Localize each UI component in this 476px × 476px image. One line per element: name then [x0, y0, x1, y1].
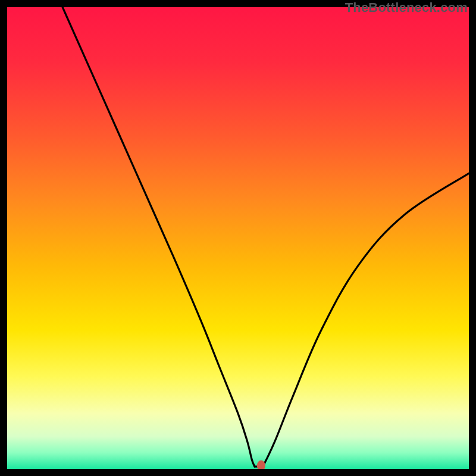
watermark-text: TheBottleneck.com: [345, 0, 468, 15]
chart-svg: [7, 7, 469, 469]
plot-area: [7, 7, 469, 469]
gradient-background: [7, 7, 469, 469]
chart-frame: TheBottleneck.com: [0, 0, 476, 476]
